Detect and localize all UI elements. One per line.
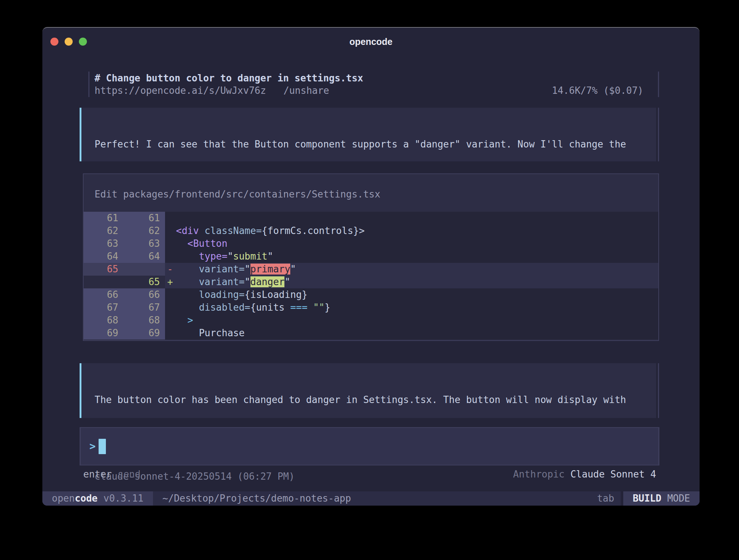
- code-line: <div className={formCs.controls}>: [176, 225, 658, 237]
- code-token: primary: [250, 264, 291, 275]
- line-number-old: 61: [84, 212, 123, 225]
- model-name: Claude Sonnet 4: [570, 469, 656, 480]
- code-line: disabled={units === ""}: [176, 301, 658, 314]
- code-token: [176, 264, 199, 275]
- code-token: Purchase: [199, 327, 245, 338]
- code-token: ": [267, 251, 273, 262]
- line-number-old: 69: [84, 327, 123, 340]
- diff-row: 6666 loading={isLoading}: [84, 288, 658, 301]
- code-line: loading={isLoading}: [176, 288, 658, 301]
- mode-label-primary: BUILD: [633, 493, 661, 504]
- session-header: # Change button color to danger in setti…: [88, 72, 659, 97]
- diff-sign: [165, 327, 176, 340]
- code-token: [176, 315, 187, 326]
- code-token: >: [187, 315, 193, 326]
- line-number-new: 65: [123, 276, 165, 288]
- code-token: [176, 289, 199, 300]
- app-version-segment: opencodev0.3.11: [42, 491, 153, 506]
- line-number-new: [123, 263, 165, 276]
- opencode-window: opencode # Change button color to danger…: [42, 27, 700, 506]
- enter-key-hint: enter: [83, 469, 112, 480]
- line-number-old: 63: [84, 237, 123, 250]
- token-usage: 14.6K/7% ($0.07): [552, 84, 643, 97]
- model-indicator: AnthropicClaude Sonnet 4: [513, 468, 656, 480]
- diff-sign: [165, 288, 176, 301]
- diff-row: 6969 Purchase: [84, 327, 658, 340]
- code-line: [176, 212, 658, 225]
- diff: 61616262<div className={formCs.controls}…: [84, 212, 658, 340]
- code-token: ": [227, 251, 233, 262]
- diff-sign: [165, 225, 176, 237]
- diff-sign: [165, 314, 176, 327]
- code-line: >: [176, 314, 658, 327]
- prompt-symbol: >: [89, 440, 96, 452]
- diff-sign: [165, 250, 176, 263]
- send-action-hint: send: [118, 469, 141, 480]
- tab-mode-hint[interactable]: tab: [597, 491, 614, 506]
- code-token: danger: [250, 276, 285, 287]
- code-token: className=: [204, 225, 262, 236]
- line-number-old: 68: [84, 314, 123, 327]
- line-number-new: 68: [123, 314, 165, 327]
- message-line: Perfect! I can see that the Button compo…: [95, 138, 656, 151]
- share-url[interactable]: https://opencode.ai/s/UwJxv76z: [95, 85, 266, 96]
- diff-sign: [165, 237, 176, 250]
- diff-row: 6868 >: [84, 314, 658, 327]
- code-token: disabled=: [199, 302, 250, 313]
- diff-row: 6464 type="submit": [84, 250, 658, 263]
- code-token: {units: [250, 302, 291, 313]
- segment-separator: [621, 491, 623, 506]
- code-token: ": [245, 264, 250, 275]
- code-line: variant="danger": [176, 276, 658, 288]
- diff-row: 65- variant="primary": [84, 263, 658, 276]
- session-title: # Change button color to danger in setti…: [95, 72, 643, 84]
- code-line: type="submit": [176, 250, 658, 263]
- mode-label-secondary: MODE: [667, 493, 690, 504]
- diff-row: 6767 disabled={units === ""}: [84, 301, 658, 314]
- window-title: opencode: [42, 37, 700, 47]
- code-token: [176, 238, 187, 249]
- prompt-input[interactable]: >: [80, 427, 659, 465]
- code-token: ": [245, 276, 250, 287]
- diff-row: 65+ variant="danger": [84, 276, 658, 288]
- message-right-border: [658, 363, 659, 418]
- line-number-old: [84, 276, 123, 288]
- code-token: [176, 251, 199, 262]
- line-number-new: 61: [123, 212, 165, 225]
- line-number-new: 62: [123, 225, 165, 237]
- line-number-new: 69: [123, 327, 165, 340]
- diff-sign: +: [165, 276, 176, 288]
- app-name-open: open: [52, 493, 75, 504]
- message-line: The button color has been changed to dan…: [95, 394, 656, 406]
- line-number-new: 66: [123, 288, 165, 301]
- code-token: <div: [176, 225, 204, 236]
- line-number-new: 67: [123, 301, 165, 314]
- diff-sign: -: [165, 263, 176, 276]
- share-info: https://opencode.ai/s/UwJxv76z /unshare: [95, 84, 329, 97]
- code-token: [307, 302, 313, 313]
- code-token: type=: [199, 251, 227, 262]
- send-hint-group: entersend: [83, 468, 141, 480]
- edit-tool-title: Edit packages/frontend/src/containers/Se…: [95, 189, 658, 200]
- line-number-new: 64: [123, 250, 165, 263]
- line-number-old: 67: [84, 301, 123, 314]
- mode-segment: BUILDMODE: [623, 491, 700, 506]
- hint-bar: entersend AnthropicClaude Sonnet 4: [83, 468, 656, 480]
- diff-sign: [165, 301, 176, 314]
- code-token: [176, 302, 199, 313]
- code-token: loading=: [199, 289, 245, 300]
- code-token: }: [325, 302, 330, 313]
- desktop-background: opencode # Change button color to danger…: [0, 0, 739, 560]
- code-token: <Button: [187, 238, 227, 249]
- diff-sign: [165, 212, 176, 225]
- line-number-old: 62: [84, 225, 123, 237]
- app-name-code: code: [75, 493, 98, 504]
- code-token: [176, 276, 199, 287]
- diff-row: 6161: [84, 212, 658, 225]
- assistant-message-1: Perfect! I can see that the Button compo…: [80, 108, 656, 161]
- code-token: ": [290, 264, 296, 275]
- diff-row: 6262<div className={formCs.controls}>: [84, 225, 658, 237]
- unshare-command: /unshare: [283, 85, 329, 96]
- line-number-new: 63: [123, 237, 165, 250]
- edit-tool-card: Edit packages/frontend/src/containers/Se…: [83, 173, 659, 341]
